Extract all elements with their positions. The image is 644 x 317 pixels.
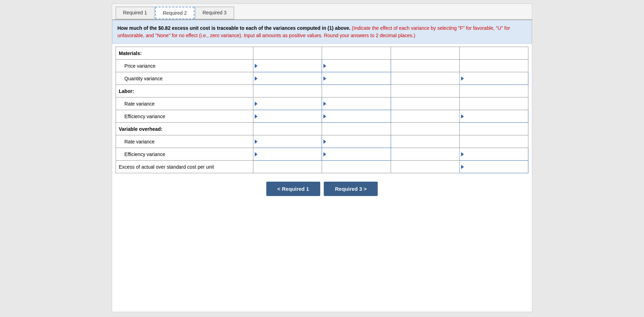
arrow-icon xyxy=(461,152,464,156)
arrow-icon xyxy=(461,114,464,119)
excess-label: Excess of actual over standard cost per … xyxy=(116,161,253,173)
varoverhead-header-row: Variable overhead: xyxy=(116,123,528,135)
lab-rate-col4-input[interactable] xyxy=(461,100,527,107)
lab-rate-col1-input[interactable] xyxy=(259,100,320,107)
varoverhead-col4-header xyxy=(459,123,528,135)
arrow-icon xyxy=(461,165,464,169)
vo-eff-col1[interactable] xyxy=(253,148,322,161)
mat-qty-col1-input[interactable] xyxy=(259,75,320,82)
excess-col4-input[interactable] xyxy=(465,163,527,170)
vo-rate-row: Rate variance xyxy=(116,135,528,148)
varoverhead-label: Variable overhead: xyxy=(116,123,253,135)
vo-eff-row: Efficiency variance xyxy=(116,148,528,161)
col4-header xyxy=(459,47,528,60)
variance-table-wrapper: Materials: Price variance xyxy=(112,47,532,173)
tab-required-1[interactable]: Required 1 xyxy=(116,7,155,19)
vo-rate-col1-input[interactable] xyxy=(259,138,320,145)
vo-rate-col4-input[interactable] xyxy=(461,138,527,145)
lab-eff-col1[interactable] xyxy=(253,110,322,123)
materials-header-row: Materials: xyxy=(116,47,528,60)
mat-qty-col2-input[interactable] xyxy=(328,75,389,82)
vo-rate-label: Rate variance xyxy=(116,135,253,148)
lab-eff-label: Efficiency variance xyxy=(116,110,253,123)
vo-rate-col3-input[interactable] xyxy=(392,138,458,145)
mat-qty-col4-input[interactable] xyxy=(465,75,527,82)
arrow-icon xyxy=(323,64,326,68)
lab-rate-col1[interactable] xyxy=(253,97,322,110)
mat-price-col3[interactable] xyxy=(391,60,459,72)
mat-price-col4[interactable] xyxy=(459,60,528,72)
mat-qty-col1[interactable] xyxy=(253,72,322,85)
mat-price-col3-input[interactable] xyxy=(392,62,458,69)
excess-col1-input[interactable] xyxy=(255,163,320,170)
excess-col1[interactable] xyxy=(253,161,322,173)
lab-rate-col2[interactable] xyxy=(322,97,391,110)
varoverhead-col2-header xyxy=(322,123,391,135)
excess-col3[interactable] xyxy=(391,161,459,173)
lab-eff-row: Efficiency variance xyxy=(116,110,528,123)
lab-rate-col3-input[interactable] xyxy=(392,100,458,107)
excess-col2-input[interactable] xyxy=(323,163,389,170)
varoverhead-col3-header xyxy=(391,123,459,135)
mat-qty-col2[interactable] xyxy=(322,72,391,85)
tab-required-3[interactable]: Required 3 xyxy=(195,7,234,19)
tab-required-2[interactable]: Required 2 xyxy=(155,7,195,19)
mat-price-col2-input[interactable] xyxy=(328,62,389,69)
mat-price-label: Price variance xyxy=(116,60,253,72)
labor-header-row: Labor: xyxy=(116,85,528,97)
arrow-icon xyxy=(323,140,326,144)
mat-qty-col4[interactable] xyxy=(459,72,528,85)
next-button[interactable]: Required 3 > xyxy=(324,182,378,196)
vo-eff-col2-input[interactable] xyxy=(328,151,389,157)
vo-eff-col3[interactable] xyxy=(391,148,459,161)
arrow-icon xyxy=(255,64,258,68)
lab-eff-col4[interactable] xyxy=(459,110,528,123)
vo-eff-col2[interactable] xyxy=(322,148,391,161)
mat-qty-col3-input[interactable] xyxy=(392,75,458,82)
lab-eff-col2-input[interactable] xyxy=(328,113,389,120)
lab-eff-col3[interactable] xyxy=(391,110,459,123)
labor-col2-header xyxy=(322,85,391,97)
excess-col4[interactable] xyxy=(459,161,528,173)
tab-bar: Required 1 Required 2 Required 3 xyxy=(112,4,532,20)
mat-qty-row: Quantity variance xyxy=(116,72,528,85)
lab-eff-col4-input[interactable] xyxy=(465,113,527,120)
vo-eff-col4[interactable] xyxy=(459,148,528,161)
excess-col2[interactable] xyxy=(322,161,391,173)
lab-eff-col2[interactable] xyxy=(322,110,391,123)
vo-eff-col4-input[interactable] xyxy=(465,151,527,157)
arrow-icon xyxy=(255,152,258,156)
lab-eff-col1-input[interactable] xyxy=(259,113,320,120)
arrow-icon xyxy=(323,114,326,119)
mat-qty-col3[interactable] xyxy=(391,72,459,85)
vo-rate-col3[interactable] xyxy=(391,135,459,148)
vo-rate-col1[interactable] xyxy=(253,135,322,148)
mat-price-col4-input[interactable] xyxy=(461,62,527,69)
mat-price-col1[interactable] xyxy=(253,60,322,72)
prev-button[interactable]: < Required 1 xyxy=(266,182,320,196)
lab-rate-col4[interactable] xyxy=(459,97,528,110)
mat-price-col2[interactable] xyxy=(322,60,391,72)
lab-rate-label: Rate variance xyxy=(116,97,253,110)
instructions-box: How much of the $0.82 excess unit cost i… xyxy=(112,20,532,44)
page-container: Required 1 Required 2 Required 3 How muc… xyxy=(112,4,532,312)
col1-header xyxy=(253,47,322,60)
excess-col3-input[interactable] xyxy=(392,163,458,170)
vo-eff-col3-input[interactable] xyxy=(392,151,458,157)
vo-rate-col4[interactable] xyxy=(459,135,528,148)
arrow-icon xyxy=(255,76,258,81)
vo-rate-col2[interactable] xyxy=(322,135,391,148)
col3-header xyxy=(391,47,459,60)
arrow-icon xyxy=(323,152,326,156)
lab-rate-col3[interactable] xyxy=(391,97,459,110)
lab-eff-col3-input[interactable] xyxy=(392,113,458,120)
vo-eff-col1-input[interactable] xyxy=(259,151,320,157)
excess-row: Excess of actual over standard cost per … xyxy=(116,161,528,173)
arrow-icon xyxy=(255,102,258,106)
varoverhead-col1-header xyxy=(253,123,322,135)
mat-price-col1-input[interactable] xyxy=(259,62,320,69)
vo-rate-col2-input[interactable] xyxy=(328,138,389,145)
lab-rate-col2-input[interactable] xyxy=(328,100,389,107)
vo-eff-label: Efficiency variance xyxy=(116,148,253,161)
nav-buttons: < Required 1 Required 3 > xyxy=(112,173,532,202)
